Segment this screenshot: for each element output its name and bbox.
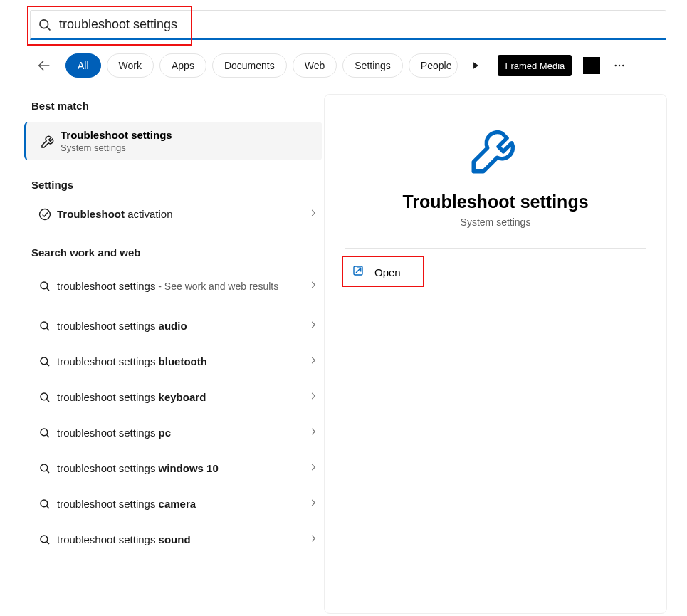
tab-label: Apps [172,60,194,71]
row-main: troubleshoot settings [57,427,159,439]
search-icon [33,355,57,368]
chevron-right-icon [308,320,318,333]
tab-apps[interactable]: Apps [159,53,206,78]
web-result-1[interactable]: troubleshoot settings audio [23,310,324,343]
tab-work[interactable]: Work [107,53,154,78]
back-button[interactable] [31,53,57,78]
chevron-right-icon [471,61,481,71]
tab-label: All [78,60,89,71]
row-main: troubleshoot settings [57,533,159,545]
more-options-button[interactable] [609,55,630,76]
web-results-list: troubleshoot settings - See work and web… [23,266,324,556]
row-main: troubleshoot settings [57,320,159,332]
row-bold-suffix: pc [159,427,172,439]
check-circle-icon [33,207,57,221]
framed-media-button[interactable]: Framed Media [498,55,572,76]
svg-point-14 [41,393,48,400]
svg-point-16 [41,429,48,436]
tab-label: Web [305,60,325,71]
search-input[interactable] [59,17,659,32]
row-text: Troubleshoot activation [57,207,308,221]
web-result-7[interactable]: troubleshoot settings sound [23,523,324,556]
row-text: troubleshoot settings keyboard [57,390,308,404]
open-action[interactable]: Open [345,259,408,286]
framed-media-label: Framed Media [505,61,565,71]
svg-point-7 [40,209,51,220]
row-text: troubleshoot settings bluetooth [57,355,308,369]
search-box[interactable] [30,10,666,40]
row-text: troubleshoot settings windows 10 [57,461,308,476]
row-bold: Troubleshoot [57,208,125,220]
tab-label: Work [119,60,142,71]
svg-line-25 [356,268,361,273]
svg-line-17 [47,435,49,437]
svg-line-21 [47,506,49,508]
arrow-left-icon [36,58,52,73]
row-text: troubleshoot settings sound [57,533,308,547]
tab-label: Documents [224,60,275,71]
row-hint: - See work and web results [155,281,278,292]
tab-label: People [421,60,452,71]
tab-all[interactable]: All [65,53,101,78]
preview-wrench-icon [345,120,646,179]
row-bold-suffix: bluetooth [159,355,207,367]
row-main: troubleshoot settings [57,355,159,367]
tab-label: Settings [355,60,391,71]
row-text: troubleshoot settings camera [57,497,308,511]
search-icon [33,391,57,404]
svg-point-18 [41,464,48,471]
best-match-header: Best match [23,94,324,119]
svg-line-11 [47,328,49,330]
search-icon [33,498,57,511]
web-result-4[interactable]: troubleshoot settings pc [23,417,324,449]
results-preview-column: Troubleshoot settings System settings Op… [324,94,687,603]
tab-documents[interactable]: Documents [212,53,287,78]
row-rest: activation [125,208,173,220]
results-left-column: Best match Troubleshoot settings System … [0,94,324,603]
svg-point-0 [40,19,48,28]
filter-tabs-row: All Work Apps Documents Web Settings Peo… [0,40,687,78]
chevron-right-icon [308,462,318,475]
row-text: troubleshoot settings - See work and web… [57,279,308,293]
chevron-right-icon [308,427,318,439]
svg-point-5 [619,65,620,66]
search-icon [33,462,57,475]
row-main: troubleshoot settings [57,391,159,403]
row-main: troubleshoot settings [57,498,159,510]
web-result-6[interactable]: troubleshoot settings camera [23,488,324,521]
wrench-icon [36,132,61,150]
settings-result-troubleshoot-activation[interactable]: Troubleshoot activation [23,198,324,231]
svg-line-9 [47,288,49,291]
svg-point-10 [41,322,48,329]
web-result-5[interactable]: troubleshoot settings windows 10 [23,452,324,485]
search-work-web-header: Search work and web [23,241,324,266]
web-result-3[interactable]: troubleshoot settings keyboard [23,381,324,414]
divider [345,248,646,249]
web-result-0[interactable]: troubleshoot settings - See work and web… [23,266,324,307]
svg-line-13 [47,364,49,366]
search-icon [33,533,57,546]
preview-card: Troubleshoot settings System settings Op… [324,94,667,614]
open-external-icon [352,264,365,280]
row-bold-suffix: windows 10 [159,462,219,474]
tabs-scroll-right[interactable] [463,53,488,78]
more-horizontal-icon [613,59,626,72]
results-content: Best match Troubleshoot settings System … [0,78,687,603]
tab-settings[interactable]: Settings [342,53,403,78]
tab-web[interactable]: Web [293,53,337,78]
row-main: troubleshoot settings [57,280,155,292]
open-label: Open [374,266,401,278]
search-icon [38,18,52,32]
svg-point-6 [622,65,624,66]
chevron-right-icon [308,533,318,546]
web-result-2[interactable]: troubleshoot settings bluetooth [23,345,324,378]
best-match-subtitle: System settings [61,142,172,153]
search-icon [33,427,57,439]
row-bold-suffix: keyboard [159,391,206,403]
svg-marker-3 [474,62,479,68]
tab-people[interactable]: People [409,53,458,78]
svg-point-8 [41,282,48,289]
account-tile[interactable] [583,57,600,74]
best-match-item[interactable]: Troubleshoot settings System settings [24,122,322,160]
svg-point-12 [41,357,48,365]
